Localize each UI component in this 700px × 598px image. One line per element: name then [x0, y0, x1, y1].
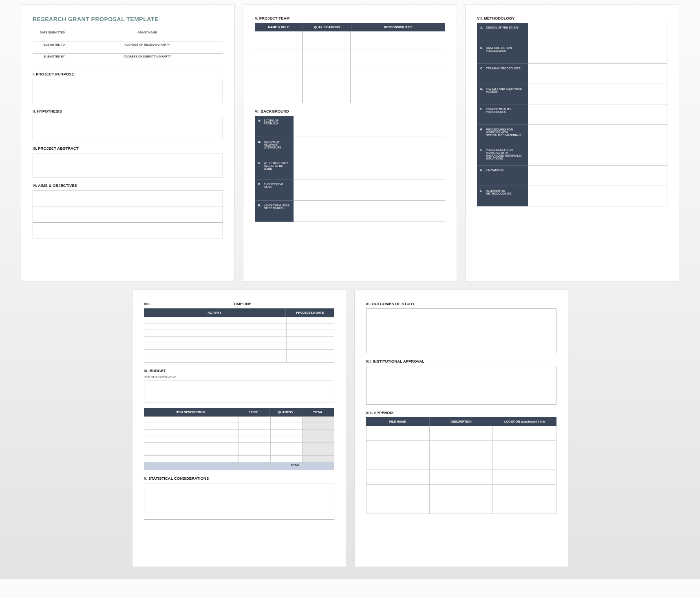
timeline-header: ACTIVITY PROJECTED DATE: [144, 308, 334, 317]
appendix-header: FILE NAME DESCRIPTION LOCATION attachmen…: [366, 417, 556, 426]
methodology-row: I.ALTERNATIVE METHODOLOGIES: [477, 186, 667, 206]
meta-hdr-date: DATE SUBMITTED: [33, 30, 67, 35]
timeline-row[interactable]: [144, 337, 334, 343]
budget-row[interactable]: [144, 449, 334, 456]
methodology-field[interactable]: [528, 64, 667, 84]
background-field[interactable]: [294, 116, 445, 137]
budget-row[interactable]: [144, 416, 334, 423]
section-statistical: X. STATISTICAL CONSIDERATIONS: [144, 476, 334, 481]
team-row[interactable]: [255, 31, 445, 49]
methodology-field[interactable]: [528, 166, 667, 186]
methodology-field[interactable]: [528, 125, 667, 145]
background-label: B.REVIEW OF RELEVANT LITERATURE: [255, 137, 294, 158]
section-abstract: III. PROJECT ABSTRACT: [33, 146, 223, 151]
budget-total-label: TOTAL: [267, 462, 303, 470]
background-row: A.SCOPE OF PROBLEM: [255, 116, 445, 137]
th-name-role: NAME & ROLE: [255, 23, 303, 31]
budget-row[interactable]: [144, 443, 334, 449]
appendix-row[interactable]: [366, 499, 556, 514]
meta-table: DATE SUBMITTED GRANT NAME SUBMITTED TO A…: [33, 30, 223, 66]
section-purpose: I. PROJECT PURPOSE: [33, 72, 223, 76]
methodology-table: A.DESIGN OF THE STUDYB.DATA COLLECTION P…: [477, 23, 667, 206]
appendix-row[interactable]: [366, 485, 556, 499]
methodology-row: G.PROCEDURES FOR WORKING WITH HAZARDOUS …: [477, 145, 667, 166]
team-row[interactable]: [255, 85, 445, 103]
methodology-row: F.PROCEDURES FOR WORKING WITH SPECIALIZE…: [477, 125, 667, 145]
budget-row[interactable]: [144, 436, 334, 443]
budget-row[interactable]: [144, 456, 334, 462]
abstract-box[interactable]: [33, 153, 223, 177]
hypothesis-box[interactable]: [33, 116, 223, 140]
statistical-box[interactable]: [144, 483, 334, 520]
appendix-row[interactable]: [366, 455, 556, 470]
appendix-row[interactable]: [366, 441, 556, 455]
background-label: A.SCOPE OF PROBLEM: [255, 116, 294, 137]
section-approval: XII. INSTITUTIONAL APPROVAL: [366, 359, 556, 363]
appendix-body: [366, 426, 556, 514]
background-row: E.LONG-TERM USES OF RESEARCH: [255, 201, 445, 222]
methodology-row: A.DESIGN OF THE STUDY: [477, 23, 667, 43]
th-description: DESCRIPTION: [430, 417, 493, 426]
meta-to-addr-label: ADDRESS OF RECEIVING PARTY: [71, 42, 223, 47]
approval-box[interactable]: [366, 366, 556, 405]
th-responsibilities: RESPONSIBILITIES: [351, 23, 446, 31]
team-row[interactable]: [255, 49, 445, 67]
budget-row[interactable]: [144, 423, 334, 430]
methodology-field[interactable]: [528, 84, 667, 104]
methodology-row: C.TRAINING PROCEDURES: [477, 64, 667, 84]
team-table-header: NAME & ROLE QUALIFICATIONS RESPONSIBILIT…: [255, 23, 445, 31]
methodology-field[interactable]: [528, 23, 667, 43]
appendix-row[interactable]: [366, 470, 556, 485]
aims-box-3[interactable]: [33, 223, 223, 239]
meta-by-label: SUBMITTED BY: [33, 54, 67, 60]
background-field[interactable]: [294, 158, 445, 179]
methodology-field[interactable]: [528, 145, 667, 166]
background-table: A.SCOPE OF PROBLEMB.REVIEW OF RELEVANT L…: [255, 116, 445, 222]
budget-overview-box[interactable]: [144, 381, 334, 403]
purpose-box[interactable]: [33, 79, 223, 103]
budget-body: [144, 416, 334, 462]
budget-row[interactable]: [144, 430, 334, 436]
team-row[interactable]: [255, 67, 445, 85]
background-field[interactable]: [294, 179, 445, 201]
appendix-row[interactable]: [366, 426, 556, 441]
section-background: VI. BACKGROUND: [255, 109, 445, 113]
timeline-row[interactable]: [144, 350, 334, 356]
timeline-row[interactable]: [144, 356, 334, 363]
th-item: ITEM DESCRIPTION: [144, 408, 237, 416]
aims-box-2[interactable]: [33, 206, 223, 223]
page-1: RESEARCH GRANT PROPOSAL TEMPLATE DATE SU…: [21, 4, 235, 281]
template-title: RESEARCH GRANT PROPOSAL TEMPLATE: [33, 16, 223, 22]
budget-header: ITEM DESCRIPTION PRICE QUANTITY TOTAL: [144, 408, 334, 416]
section-timeline: VIII. TIMELINE: [144, 301, 334, 306]
methodology-label: H.LIMITATIONS: [477, 166, 528, 186]
outcomes-box[interactable]: [366, 308, 556, 353]
background-row: D.THEORETICAL BASIS: [255, 179, 445, 201]
background-row: B.REVIEW OF RELEVANT LITERATURE: [255, 137, 445, 158]
timeline-row[interactable]: [144, 343, 334, 350]
methodology-label: E.CONFIDENTIALITY PROCEDURES: [477, 104, 528, 125]
section-appendix: XIII. APPENDIX: [366, 410, 556, 415]
timeline-row[interactable]: [144, 317, 334, 323]
methodology-field[interactable]: [528, 43, 667, 64]
methodology-field[interactable]: [528, 186, 667, 206]
section-budget: IX. BUDGET: [144, 368, 334, 373]
page-2: V. PROJECT TEAM NAME & ROLE QUALIFICATIO…: [243, 4, 457, 281]
timeline-body: [144, 317, 334, 363]
methodology-field[interactable]: [528, 104, 667, 125]
meta-by-addr-label: ADDRESS OF SUBMITTING PARTY: [71, 54, 223, 60]
aims-box-1[interactable]: [33, 190, 223, 206]
methodology-row: H.LIMITATIONS: [477, 166, 667, 186]
background-field[interactable]: [294, 137, 445, 158]
th-projected-date: PROJECTED DATE: [286, 308, 334, 317]
th-location-text: LOCATION attachment / link: [504, 420, 545, 423]
methodology-label: B.DATA COLLECTION PROCEDURES: [477, 43, 528, 64]
budget-overview-label: BUDGET OVERVIEW: [144, 375, 334, 379]
timeline-row[interactable]: [144, 323, 334, 330]
th-qualifications: QUALIFICATIONS: [303, 23, 351, 31]
background-field[interactable]: [294, 201, 445, 222]
meta-hdr-name: GRANT NAME: [71, 30, 223, 35]
timeline-row[interactable]: [144, 330, 334, 337]
meta-to-label: SUBMITTED TO: [33, 42, 67, 47]
methodology-row: B.DATA COLLECTION PROCEDURES: [477, 43, 667, 64]
